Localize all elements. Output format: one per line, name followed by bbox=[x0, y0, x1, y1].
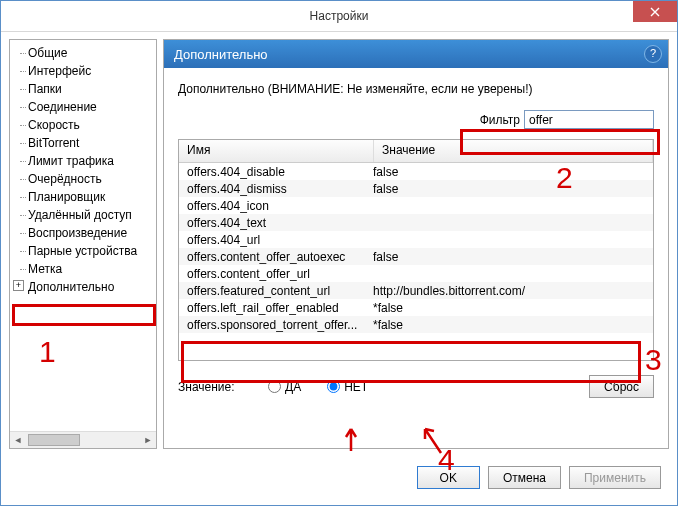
radio-yes[interactable]: ДА bbox=[268, 380, 301, 394]
tree-item[interactable]: +Дополнительно bbox=[10, 278, 156, 296]
panel-heading: Дополнительно bbox=[174, 47, 268, 62]
expand-icon[interactable]: + bbox=[13, 280, 24, 291]
category-tree[interactable]: ОбщиеИнтерфейсПапкиСоединениеСкоростьBit… bbox=[9, 39, 157, 449]
tree-item[interactable]: Лимит трафика bbox=[10, 152, 156, 170]
cell-name: offers.content_offer_autoexec bbox=[179, 250, 365, 264]
tree-item[interactable]: Папки bbox=[10, 80, 156, 98]
tree-item[interactable]: Очерёдность bbox=[10, 170, 156, 188]
table-row[interactable]: offers.featured_content_urlhttp://bundle… bbox=[179, 282, 653, 299]
tree-item-label: Интерфейс bbox=[28, 64, 91, 78]
panel-header: Дополнительно ? bbox=[164, 40, 668, 68]
column-name[interactable]: Имя bbox=[179, 140, 374, 162]
tree-item-label: Воспроизведение bbox=[28, 226, 127, 240]
settings-grid[interactable]: Имя Значение offers.404_disablefalseoffe… bbox=[178, 139, 654, 361]
tree-item[interactable]: BitTorrent bbox=[10, 134, 156, 152]
window-title: Настройки bbox=[310, 9, 369, 23]
grid-header: Имя Значение bbox=[179, 140, 653, 163]
tree-item-label: Очерёдность bbox=[28, 172, 102, 186]
tree-item-label: Соединение bbox=[28, 100, 97, 114]
table-row[interactable]: offers.404_dismissfalse bbox=[179, 180, 653, 197]
tree-item-label: Метка bbox=[28, 262, 62, 276]
cell-value: *false bbox=[365, 301, 653, 315]
tree-item[interactable]: Парные устройства bbox=[10, 242, 156, 260]
filter-label: Фильтр bbox=[480, 113, 520, 127]
tree-item-label: Удалённый доступ bbox=[28, 208, 132, 222]
tree-item[interactable]: Удалённый доступ bbox=[10, 206, 156, 224]
value-editor-row: Значение: ДА НЕТ Сброс bbox=[178, 375, 654, 398]
titlebar: Настройки bbox=[1, 1, 677, 32]
close-button[interactable] bbox=[633, 1, 677, 22]
tree-item-label: Парные устройства bbox=[28, 244, 137, 258]
radio-yes-input[interactable] bbox=[268, 380, 281, 393]
value-label: Значение: bbox=[178, 380, 268, 394]
scroll-right-icon[interactable]: ► bbox=[140, 432, 156, 448]
tree-item-label: Дополнительно bbox=[28, 280, 114, 294]
cell-name: offers.content_offer_url bbox=[179, 267, 365, 281]
cell-value: false bbox=[365, 165, 653, 179]
filter-row: Фильтр bbox=[178, 110, 654, 129]
table-row[interactable]: offers.left_rail_offer_enabled*false bbox=[179, 299, 653, 316]
table-row[interactable]: offers.404_url bbox=[179, 231, 653, 248]
table-row[interactable]: offers.404_icon bbox=[179, 197, 653, 214]
cell-name: offers.sponsored_torrent_offer... bbox=[179, 318, 365, 332]
tree-item[interactable]: Воспроизведение bbox=[10, 224, 156, 242]
dialog-body: ОбщиеИнтерфейсПапкиСоединениеСкоростьBit… bbox=[1, 31, 677, 505]
cell-name: offers.404_icon bbox=[179, 199, 365, 213]
tree-item-label: Планировщик bbox=[28, 190, 105, 204]
cell-value: false bbox=[365, 250, 653, 264]
radio-no[interactable]: НЕТ bbox=[327, 380, 368, 394]
tree-item-label: Общие bbox=[28, 46, 67, 60]
cell-value: *false bbox=[365, 318, 653, 332]
radio-yes-label: ДА bbox=[285, 380, 301, 394]
dialog-buttons: OK Отмена Применить bbox=[417, 466, 661, 489]
cell-value: false bbox=[365, 182, 653, 196]
tree-item-label: Скорость bbox=[28, 118, 80, 132]
scroll-thumb[interactable] bbox=[28, 434, 80, 446]
tree-item-label: Лимит трафика bbox=[28, 154, 114, 168]
sidebar-scrollbar[interactable]: ◄ ► bbox=[10, 431, 156, 448]
cell-value: http://bundles.bittorrent.com/ bbox=[365, 284, 653, 298]
tree-item-label: Папки bbox=[28, 82, 62, 96]
main-panel: Дополнительно ? Дополнительно (ВНИМАНИЕ:… bbox=[163, 39, 669, 449]
tree-item[interactable]: Планировщик bbox=[10, 188, 156, 206]
cell-name: offers.featured_content_url bbox=[179, 284, 365, 298]
reset-button[interactable]: Сброс bbox=[589, 375, 654, 398]
apply-button[interactable]: Применить bbox=[569, 466, 661, 489]
table-row[interactable]: offers.404_text bbox=[179, 214, 653, 231]
cancel-button[interactable]: Отмена bbox=[488, 466, 561, 489]
tree-item[interactable]: Соединение bbox=[10, 98, 156, 116]
table-row[interactable]: offers.content_offer_autoexecfalse bbox=[179, 248, 653, 265]
ok-button[interactable]: OK bbox=[417, 466, 480, 489]
tree-item[interactable]: Скорость bbox=[10, 116, 156, 134]
radio-no-label: НЕТ bbox=[344, 380, 368, 394]
tree-item[interactable]: Интерфейс bbox=[10, 62, 156, 80]
table-row[interactable]: offers.sponsored_torrent_offer...*false bbox=[179, 316, 653, 333]
help-icon[interactable]: ? bbox=[644, 45, 662, 63]
table-row[interactable]: offers.404_disablefalse bbox=[179, 163, 653, 180]
filter-input[interactable] bbox=[524, 110, 654, 129]
radio-no-input[interactable] bbox=[327, 380, 340, 393]
cell-name: offers.404_text bbox=[179, 216, 365, 230]
settings-window: Настройки ОбщиеИнтерфейсПапкиСоединениеС… bbox=[0, 0, 678, 506]
scroll-left-icon[interactable]: ◄ bbox=[10, 432, 26, 448]
tree-item[interactable]: Метка bbox=[10, 260, 156, 278]
cell-name: offers.404_dismiss bbox=[179, 182, 365, 196]
column-value[interactable]: Значение bbox=[374, 140, 653, 162]
cell-name: offers.404_disable bbox=[179, 165, 365, 179]
tree-item[interactable]: Общие bbox=[10, 44, 156, 62]
cell-name: offers.left_rail_offer_enabled bbox=[179, 301, 365, 315]
table-row[interactable]: offers.content_offer_url bbox=[179, 265, 653, 282]
tree-item-label: BitTorrent bbox=[28, 136, 79, 150]
warning-text: Дополнительно (ВНИМАНИЕ: Не изменяйте, е… bbox=[178, 82, 654, 96]
close-icon bbox=[650, 7, 660, 17]
cell-name: offers.404_url bbox=[179, 233, 365, 247]
